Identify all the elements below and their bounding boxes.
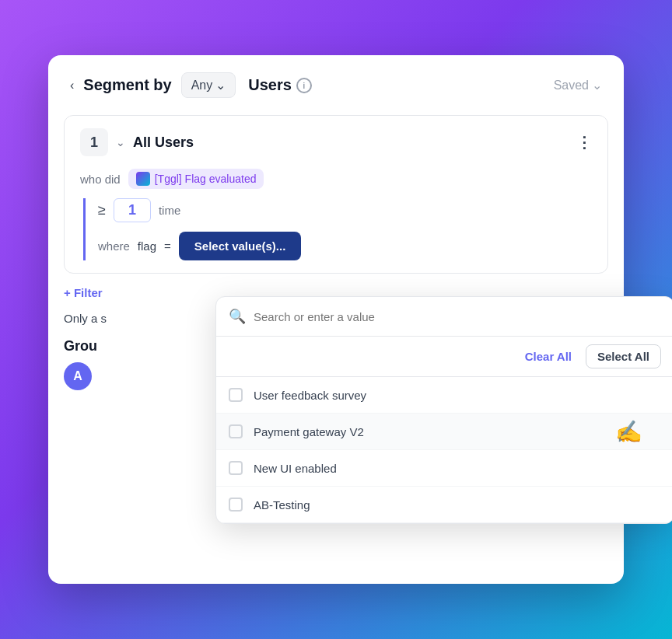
- any-chevron-icon: ⌄: [215, 78, 226, 93]
- only-text: Only a s: [64, 312, 107, 325]
- users-section: Users i: [248, 76, 312, 94]
- who-did-row: who did [Tggl] Flag evaluated: [80, 169, 592, 189]
- users-label: Users: [248, 76, 292, 94]
- segment-by-label: Segment by: [83, 76, 171, 94]
- checkbox-ab-testing[interactable]: [229, 498, 243, 512]
- options-list: User feedback survey Payment gateway V2 …: [216, 377, 672, 523]
- list-item[interactable]: New UI enabled: [216, 450, 672, 487]
- any-label: Any: [191, 79, 213, 93]
- checkbox-payment-gateway[interactable]: [229, 424, 243, 438]
- row-number: 1: [80, 128, 108, 156]
- option-label: AB-Testing: [254, 498, 310, 512]
- checkbox-new-ui[interactable]: [229, 461, 243, 475]
- any-dropdown[interactable]: Any ⌄: [181, 72, 236, 98]
- segment-row: 1 ⌄ All Users ⋮ who did [Tggl] Flag eval…: [64, 115, 608, 274]
- gte-symbol: ≥: [98, 202, 106, 218]
- search-input[interactable]: [254, 310, 661, 323]
- flag-field-text: flag: [138, 239, 156, 253]
- list-item[interactable]: AB-Testing: [216, 487, 672, 523]
- option-label: Payment gateway V2: [254, 425, 364, 438]
- search-bar: 🔍: [216, 297, 672, 337]
- flag-name: [Tggl] Flag evaluated: [155, 173, 257, 185]
- who-did-text: who did: [80, 173, 121, 186]
- time-text: time: [159, 204, 180, 217]
- info-icon[interactable]: i: [296, 78, 312, 93]
- where-row: where flag = Select value(s)...: [98, 232, 592, 260]
- clear-all-button[interactable]: Clear All: [517, 345, 579, 368]
- main-card: ‹ Segment by Any ⌄ Users i Saved ⌄ 1 ⌄ A…: [48, 55, 624, 584]
- flag-badge-icon: [136, 172, 150, 186]
- search-icon: 🔍: [229, 308, 246, 325]
- add-filter-button[interactable]: + Filter: [64, 286, 103, 299]
- header: ‹ Segment by Any ⌄ Users i Saved ⌄: [48, 55, 624, 115]
- option-label: New UI enabled: [254, 462, 337, 475]
- conditions-area: ≥ 1 time where flag = Select value(s)...: [83, 198, 592, 260]
- saved-label: Saved: [554, 79, 589, 93]
- list-item[interactable]: Payment gateway V2 ✍: [216, 414, 672, 450]
- value-select-dropdown: 🔍 Clear All Select All User feedback sur…: [215, 296, 672, 524]
- avatar: A: [64, 362, 92, 390]
- saved-chevron-icon: ⌄: [592, 78, 602, 93]
- saved-dropdown[interactable]: Saved ⌄: [554, 78, 602, 93]
- option-label: User feedback survey: [254, 389, 366, 402]
- flag-badge[interactable]: [Tggl] Flag evaluated: [128, 169, 264, 189]
- time-row: ≥ 1 time: [98, 198, 592, 222]
- segment-row-header: 1 ⌄ All Users ⋮: [80, 128, 592, 156]
- actions-bar: Clear All Select All: [216, 337, 672, 377]
- select-values-button[interactable]: Select value(s)...: [179, 232, 302, 260]
- cursor-icon: ✍: [615, 419, 642, 445]
- list-item[interactable]: User feedback survey: [216, 377, 672, 414]
- row-menu-button[interactable]: ⋮: [576, 133, 592, 152]
- equals-operator: =: [164, 239, 171, 253]
- where-text: where: [98, 239, 130, 253]
- checkbox-user-feedback[interactable]: [229, 388, 243, 402]
- collapse-chevron[interactable]: ‹: [70, 79, 74, 93]
- row-expand-chevron[interactable]: ⌄: [116, 136, 125, 148]
- time-value[interactable]: 1: [114, 198, 151, 222]
- select-all-button[interactable]: Select All: [586, 344, 661, 368]
- all-users-label: All Users: [133, 134, 194, 151]
